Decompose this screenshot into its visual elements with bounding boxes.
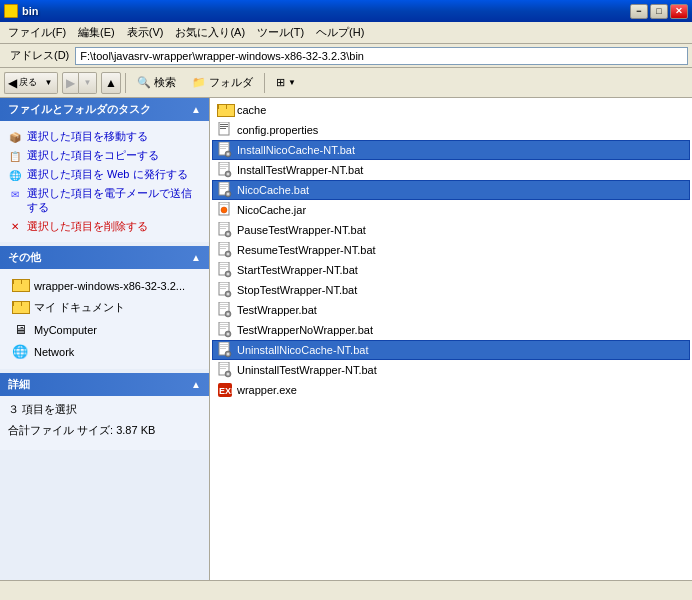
my-documents-icon — [12, 300, 28, 316]
forward-button[interactable]: ▶ — [62, 72, 79, 94]
file-name: wrapper.exe — [237, 384, 297, 396]
search-icon: 🔍 — [137, 76, 151, 89]
task-copy[interactable]: 📋 選択した項目をコピーする — [8, 146, 201, 165]
my-computer-icon: 🖥 — [12, 322, 28, 338]
back-dropdown[interactable]: ▼ — [40, 72, 58, 94]
other-header[interactable]: その他 ▲ — [0, 246, 209, 269]
svg-rect-2 — [220, 126, 228, 127]
svg-point-60 — [227, 333, 230, 336]
maximize-button[interactable]: □ — [650, 4, 668, 19]
file-item[interactable]: StopTestWrapper-NT.bat — [212, 280, 690, 300]
details-selected-count: ３ 項目を選択 — [8, 402, 201, 417]
nav-my-computer[interactable]: 🖥 MyComputer — [8, 319, 201, 341]
up-button[interactable]: ▲ — [101, 72, 121, 94]
file-item[interactable]: InstallNicoCache-NT.bat — [212, 140, 690, 160]
file-item[interactable]: StartTestWrapper-NT.bat — [212, 260, 690, 280]
back-button[interactable]: ◀ 戻る — [4, 72, 40, 94]
delete-icon: ✕ — [8, 220, 22, 234]
main-area: ファイルとフォルダのタスク ▲ 📦 選択した項目を移動する 📋 選択した項目をコ… — [0, 98, 692, 580]
details-section: 詳細 ▲ ３ 項目を選択 合計ファイル サイズ: 3.87 KB — [0, 373, 209, 450]
bat-file-icon — [217, 182, 233, 198]
svg-rect-51 — [220, 306, 228, 307]
file-list[interactable]: cache config.properties InstallNicoCache… — [210, 98, 692, 580]
file-item[interactable]: InstallTestWrapper-NT.bat — [212, 160, 690, 180]
bat-file-icon — [217, 222, 233, 238]
other-content: wrapper-windows-x86-32-3.2... マイ ドキュメント … — [0, 269, 209, 369]
folders-button[interactable]: 📁 フォルダ — [185, 71, 260, 95]
view-icon: ⊞ — [276, 76, 285, 89]
svg-rect-3 — [220, 128, 226, 129]
file-name: StartTestWrapper-NT.bat — [237, 264, 358, 276]
menu-item-v[interactable]: 表示(V) — [121, 23, 170, 42]
task-publish[interactable]: 🌐 選択した項目を Web に発行する — [8, 165, 201, 184]
close-button[interactable]: ✕ — [670, 4, 688, 19]
svg-rect-62 — [220, 344, 228, 345]
task-move[interactable]: 📦 選択した項目を移動する — [8, 127, 201, 146]
file-item[interactable]: TestWrapperNoWrapper.bat — [212, 320, 690, 340]
file-item[interactable]: UninstallNicoCache-NT.bat — [212, 340, 690, 360]
file-item[interactable]: UninstallTestWrapper-NT.bat — [212, 360, 690, 380]
address-label: アドレス(D) — [4, 48, 75, 63]
menu-item-a[interactable]: お気に入り(A) — [169, 23, 251, 42]
tasks-header[interactable]: ファイルとフォルダのタスク ▲ — [0, 98, 209, 121]
nav-network[interactable]: 🌐 Network — [8, 341, 201, 363]
menu-item-e[interactable]: 編集(E) — [72, 23, 121, 42]
minimize-button[interactable]: − — [630, 4, 648, 19]
svg-rect-64 — [220, 348, 226, 349]
email-icon: ✉ — [8, 187, 22, 201]
details-header[interactable]: 詳細 ▲ — [0, 373, 209, 396]
window-title: bin — [22, 5, 630, 17]
address-input[interactable]: F:\tool\javasrv-wrapper\wrapper-windows-… — [75, 47, 688, 65]
status-bar — [0, 580, 692, 600]
menu-item-h[interactable]: ヘルプ(H) — [310, 23, 370, 42]
file-item[interactable]: config.properties — [212, 120, 690, 140]
svg-rect-44 — [220, 284, 228, 285]
svg-point-48 — [227, 293, 230, 296]
svg-rect-68 — [220, 364, 228, 365]
task-delete[interactable]: ✕ 選択した項目を削除する — [8, 217, 201, 236]
bat-file-icon — [217, 302, 233, 318]
svg-rect-69 — [220, 366, 228, 367]
forward-dropdown[interactable]: ▼ — [79, 72, 97, 94]
file-item[interactable]: ResumeTestWrapper-NT.bat — [212, 240, 690, 260]
bat-file-icon — [217, 142, 233, 158]
nav-my-documents[interactable]: マイ ドキュメント — [8, 297, 201, 319]
file-item[interactable]: NicoCache.jar — [212, 200, 690, 220]
network-icon: 🌐 — [12, 344, 28, 360]
other-collapse-icon: ▲ — [191, 252, 201, 263]
file-item[interactable]: EXE wrapper.exe — [212, 380, 690, 400]
view-button[interactable]: ⊞ ▼ — [269, 71, 303, 95]
file-item[interactable]: PauseTestWrapper-NT.bat — [212, 220, 690, 240]
svg-point-24 — [221, 207, 227, 213]
file-item[interactable]: NicoCache.bat — [212, 180, 690, 200]
svg-point-72 — [227, 373, 230, 376]
svg-rect-5 — [220, 144, 228, 145]
file-name: InstallNicoCache-NT.bat — [237, 144, 355, 156]
svg-point-15 — [227, 173, 230, 176]
file-name: ResumeTestWrapper-NT.bat — [237, 244, 376, 256]
file-name: InstallTestWrapper-NT.bat — [237, 164, 363, 176]
task-email[interactable]: ✉ 選択した項目を電子メールで送信する — [8, 184, 201, 217]
svg-rect-19 — [220, 188, 226, 189]
svg-point-54 — [227, 313, 230, 316]
toolbar: ◀ 戻る ▼ ▶ ▼ ▲ 🔍 検索 📁 フォルダ ⊞ ▼ — [0, 68, 692, 98]
details-content: ３ 項目を選択 合計ファイル サイズ: 3.87 KB — [0, 396, 209, 450]
svg-rect-26 — [220, 224, 228, 225]
bat-file-icon — [217, 242, 233, 258]
svg-text:EXE: EXE — [219, 386, 233, 396]
bat-file-icon — [217, 362, 233, 378]
file-name: PauseTestWrapper-NT.bat — [237, 224, 366, 236]
menu-item-f[interactable]: ファイル(F) — [2, 23, 72, 42]
svg-rect-7 — [220, 148, 226, 149]
bat-file-icon — [217, 162, 233, 178]
tasks-collapse-icon: ▲ — [191, 104, 201, 115]
menu-item-t[interactable]: ツール(T) — [251, 23, 310, 42]
toolbar-separator-2 — [264, 73, 265, 93]
file-name: TestWrapperNoWrapper.bat — [237, 324, 373, 336]
file-item[interactable]: cache — [212, 100, 690, 120]
svg-point-21 — [227, 193, 230, 196]
file-item[interactable]: TestWrapper.bat — [212, 300, 690, 320]
nav-wrapper-folder[interactable]: wrapper-windows-x86-32-3.2... — [8, 275, 201, 297]
svg-rect-11 — [220, 164, 228, 165]
search-button[interactable]: 🔍 検索 — [130, 71, 183, 95]
